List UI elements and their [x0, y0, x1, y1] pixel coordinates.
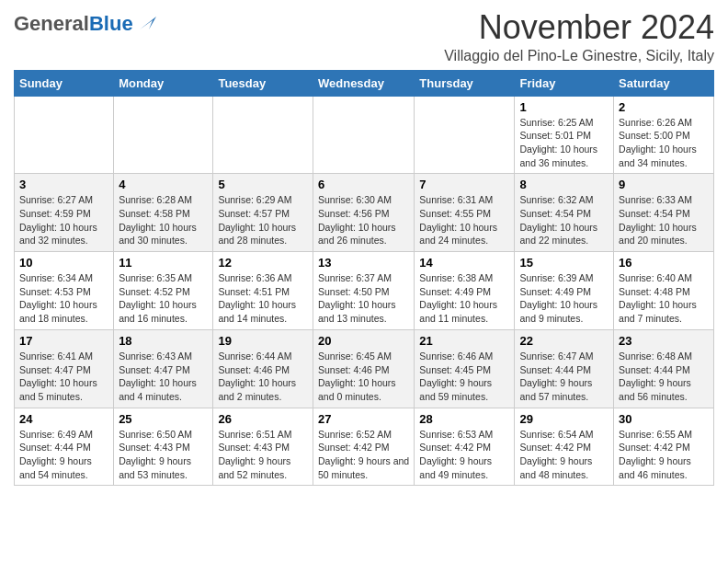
- day-number: 16: [619, 256, 709, 270]
- calendar-cell: [114, 96, 213, 174]
- day-info: Sunrise: 6:43 AM Sunset: 4:47 PM Dayligh…: [119, 350, 208, 404]
- day-info: Sunrise: 6:55 AM Sunset: 4:42 PM Dayligh…: [619, 428, 709, 482]
- day-info: Sunrise: 6:32 AM Sunset: 4:54 PM Dayligh…: [519, 193, 609, 247]
- day-info: Sunrise: 6:51 AM Sunset: 4:43 PM Dayligh…: [218, 428, 308, 482]
- day-number: 4: [119, 178, 208, 191]
- calendar-cell: 4Sunrise: 6:28 AM Sunset: 4:58 PM Daylig…: [114, 174, 213, 252]
- day-number: 3: [19, 178, 108, 191]
- logo-blue: Blue: [89, 12, 133, 35]
- day-number: 15: [519, 256, 609, 270]
- day-number: 20: [318, 334, 409, 348]
- day-number: 25: [119, 412, 208, 426]
- day-number: 10: [19, 256, 108, 270]
- month-title: November 2024: [444, 9, 714, 46]
- calendar-cell: 10Sunrise: 6:34 AM Sunset: 4:53 PM Dayli…: [15, 252, 114, 330]
- calendar-cell: 18Sunrise: 6:43 AM Sunset: 4:47 PM Dayli…: [114, 329, 213, 408]
- day-number: 17: [19, 334, 108, 348]
- calendar-cell: [313, 96, 414, 174]
- calendar-cell: 8Sunrise: 6:32 AM Sunset: 4:54 PM Daylig…: [515, 174, 614, 252]
- day-number: 6: [318, 178, 409, 191]
- day-info: Sunrise: 6:45 AM Sunset: 4:46 PM Dayligh…: [318, 350, 409, 404]
- day-number: 11: [119, 256, 208, 270]
- calendar-cell: 13Sunrise: 6:37 AM Sunset: 4:50 PM Dayli…: [313, 252, 414, 330]
- col-header-wednesday: Wednesday: [313, 70, 414, 96]
- day-info: Sunrise: 6:44 AM Sunset: 4:46 PM Dayligh…: [218, 350, 308, 404]
- day-number: 9: [619, 178, 709, 191]
- day-info: Sunrise: 6:25 AM Sunset: 5:01 PM Dayligh…: [519, 116, 609, 170]
- day-info: Sunrise: 6:48 AM Sunset: 4:44 PM Dayligh…: [619, 350, 709, 404]
- calendar-week-row: 17Sunrise: 6:41 AM Sunset: 4:47 PM Dayli…: [15, 329, 714, 408]
- day-number: 13: [318, 256, 409, 270]
- day-number: 21: [419, 334, 509, 348]
- calendar-table: SundayMondayTuesdayWednesdayThursdayFrid…: [14, 70, 714, 487]
- calendar-week-row: 10Sunrise: 6:34 AM Sunset: 4:53 PM Dayli…: [15, 252, 714, 330]
- calendar-week-row: 24Sunrise: 6:49 AM Sunset: 4:44 PM Dayli…: [15, 408, 714, 486]
- day-number: 24: [19, 412, 108, 426]
- day-number: 14: [419, 256, 509, 270]
- calendar-cell: 3Sunrise: 6:27 AM Sunset: 4:59 PM Daylig…: [15, 174, 114, 252]
- calendar-cell: 2Sunrise: 6:26 AM Sunset: 5:00 PM Daylig…: [614, 96, 714, 174]
- calendar-cell: 16Sunrise: 6:40 AM Sunset: 4:48 PM Dayli…: [614, 252, 714, 330]
- calendar-cell: 6Sunrise: 6:30 AM Sunset: 4:56 PM Daylig…: [313, 174, 414, 252]
- day-number: 27: [318, 412, 409, 426]
- day-info: Sunrise: 6:38 AM Sunset: 4:49 PM Dayligh…: [419, 271, 509, 326]
- day-info: Sunrise: 6:35 AM Sunset: 4:52 PM Dayligh…: [119, 271, 208, 326]
- day-number: 2: [619, 100, 709, 114]
- day-info: Sunrise: 6:31 AM Sunset: 4:55 PM Dayligh…: [419, 193, 509, 247]
- day-number: 23: [619, 334, 709, 348]
- day-info: Sunrise: 6:54 AM Sunset: 4:42 PM Dayligh…: [519, 428, 609, 482]
- col-header-thursday: Thursday: [415, 70, 515, 96]
- calendar-cell: 14Sunrise: 6:38 AM Sunset: 4:49 PM Dayli…: [415, 252, 515, 330]
- calendar-cell: [415, 96, 515, 174]
- col-header-tuesday: Tuesday: [213, 70, 313, 96]
- day-info: Sunrise: 6:29 AM Sunset: 4:57 PM Dayligh…: [218, 193, 308, 247]
- day-number: 19: [218, 334, 308, 348]
- day-number: 8: [519, 178, 609, 191]
- calendar-cell: 22Sunrise: 6:47 AM Sunset: 4:44 PM Dayli…: [515, 329, 614, 408]
- day-number: 22: [519, 334, 609, 348]
- calendar-cell: 26Sunrise: 6:51 AM Sunset: 4:43 PM Dayli…: [213, 408, 313, 486]
- day-number: 1: [519, 100, 609, 114]
- day-info: Sunrise: 6:46 AM Sunset: 4:45 PM Dayligh…: [419, 350, 509, 404]
- calendar-week-row: 1Sunrise: 6:25 AM Sunset: 5:01 PM Daylig…: [15, 96, 714, 174]
- day-info: Sunrise: 6:39 AM Sunset: 4:49 PM Dayligh…: [519, 271, 609, 326]
- col-header-friday: Friday: [515, 70, 614, 96]
- calendar-cell: 7Sunrise: 6:31 AM Sunset: 4:55 PM Daylig…: [415, 174, 515, 252]
- calendar-week-row: 3Sunrise: 6:27 AM Sunset: 4:59 PM Daylig…: [15, 174, 714, 252]
- day-info: Sunrise: 6:28 AM Sunset: 4:58 PM Dayligh…: [119, 193, 208, 247]
- day-number: 12: [218, 256, 308, 270]
- day-info: Sunrise: 6:49 AM Sunset: 4:44 PM Dayligh…: [19, 428, 108, 482]
- day-info: Sunrise: 6:52 AM Sunset: 4:42 PM Dayligh…: [318, 428, 409, 482]
- day-number: 29: [519, 412, 609, 426]
- title-block: November 2024 Villaggio del Pino-Le Gine…: [444, 9, 714, 64]
- logo: GeneralBlue: [14, 14, 156, 34]
- day-number: 7: [419, 178, 509, 191]
- calendar-cell: 27Sunrise: 6:52 AM Sunset: 4:42 PM Dayli…: [313, 408, 414, 486]
- calendar-cell: [15, 96, 114, 174]
- col-header-sunday: Sunday: [15, 70, 114, 96]
- day-info: Sunrise: 6:27 AM Sunset: 4:59 PM Dayligh…: [19, 193, 108, 247]
- day-info: Sunrise: 6:40 AM Sunset: 4:48 PM Dayligh…: [619, 271, 709, 326]
- calendar-cell: 29Sunrise: 6:54 AM Sunset: 4:42 PM Dayli…: [515, 408, 614, 486]
- location: Villaggio del Pino-Le Ginestre, Sicily, …: [444, 48, 714, 64]
- day-info: Sunrise: 6:36 AM Sunset: 4:51 PM Dayligh…: [218, 271, 308, 326]
- day-info: Sunrise: 6:30 AM Sunset: 4:56 PM Dayligh…: [318, 193, 409, 247]
- calendar-cell: 24Sunrise: 6:49 AM Sunset: 4:44 PM Dayli…: [15, 408, 114, 486]
- calendar-cell: 1Sunrise: 6:25 AM Sunset: 5:01 PM Daylig…: [515, 96, 614, 174]
- calendar-cell: 11Sunrise: 6:35 AM Sunset: 4:52 PM Dayli…: [114, 252, 213, 330]
- calendar-cell: 30Sunrise: 6:55 AM Sunset: 4:42 PM Dayli…: [614, 408, 714, 486]
- calendar-cell: 28Sunrise: 6:53 AM Sunset: 4:42 PM Dayli…: [415, 408, 515, 486]
- day-info: Sunrise: 6:50 AM Sunset: 4:43 PM Dayligh…: [119, 428, 208, 482]
- day-number: 30: [619, 412, 709, 426]
- day-info: Sunrise: 6:37 AM Sunset: 4:50 PM Dayligh…: [318, 271, 409, 326]
- logo-icon: [136, 13, 156, 33]
- day-info: Sunrise: 6:26 AM Sunset: 5:00 PM Dayligh…: [619, 116, 709, 170]
- calendar-header-row: SundayMondayTuesdayWednesdayThursdayFrid…: [15, 70, 714, 96]
- calendar-cell: 17Sunrise: 6:41 AM Sunset: 4:47 PM Dayli…: [15, 329, 114, 408]
- day-number: 28: [419, 412, 509, 426]
- day-info: Sunrise: 6:47 AM Sunset: 4:44 PM Dayligh…: [519, 350, 609, 404]
- day-info: Sunrise: 6:41 AM Sunset: 4:47 PM Dayligh…: [19, 350, 108, 404]
- calendar-cell: 5Sunrise: 6:29 AM Sunset: 4:57 PM Daylig…: [213, 174, 313, 252]
- page-header: GeneralBlue November 2024 Villaggio del …: [14, 9, 714, 64]
- logo-general: General: [14, 12, 89, 35]
